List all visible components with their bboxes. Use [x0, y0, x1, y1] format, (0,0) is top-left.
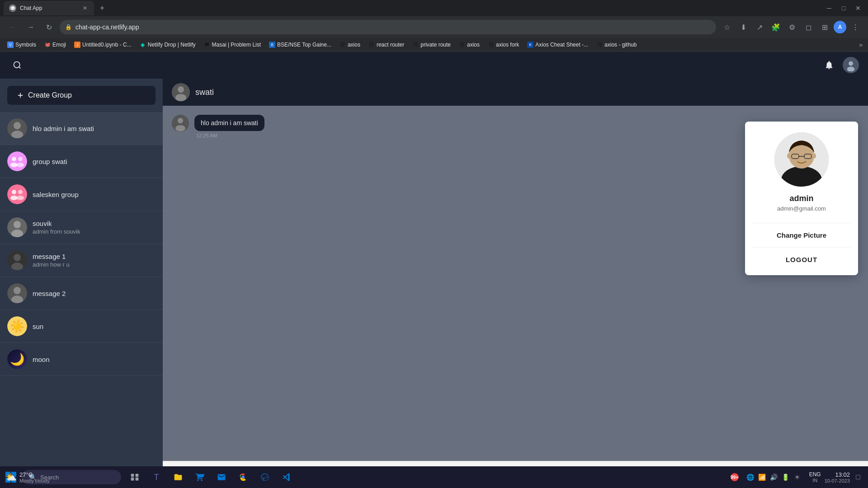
svg-point-12	[7, 184, 27, 204]
bookmark-private-route-icon: ☐	[412, 42, 419, 48]
message-content: hlo admin i am swati 12:25 AM	[194, 115, 264, 138]
chat-avatar-salesken	[7, 184, 27, 204]
bookmark-emoji[interactable]: 🐙 Emoji	[41, 41, 70, 49]
taskbar-notification-badge[interactable]: 99+	[731, 473, 739, 481]
chat-item-msg2[interactable]: message 2	[0, 277, 163, 310]
notification-center-button[interactable]: □	[854, 467, 863, 487]
taskbar-date: 10-07-2023	[825, 478, 850, 483]
profile-divider	[752, 223, 851, 223]
bookmark-jupyter-label: Untitled0.ipynb - C...	[82, 42, 132, 48]
change-picture-button[interactable]: Change Picture	[752, 227, 851, 244]
chat-info-sun: sun	[33, 323, 156, 330]
svg-point-9	[18, 157, 23, 161]
taskbar-weather[interactable]: ⛅ 27°C Mostly cloudy	[0, 469, 55, 485]
url-bar[interactable]: 🔒 chat-app-ca.netlify.app	[60, 20, 716, 34]
bookmarks-bar: V Symbols 🐙 Emoji J Untitled0.ipynb - C.…	[0, 38, 868, 52]
bookmark-axios2-label: axios	[467, 42, 480, 48]
bookmark-bse-icon: B	[269, 42, 275, 48]
bookmark-axios2[interactable]: ☐ axios	[455, 41, 483, 49]
svg-point-21	[14, 254, 21, 261]
chat-item-group-swati[interactable]: group swati	[0, 145, 163, 178]
extensions3-button[interactable]: ◻	[801, 20, 816, 34]
tab-close-button[interactable]: ✕	[81, 5, 89, 12]
bookmark-axios-fork[interactable]: ☐ axios fork	[484, 41, 523, 49]
taskbar-chrome[interactable]	[233, 467, 253, 487]
minimize-button[interactable]: ─	[823, 2, 835, 14]
svg-point-8	[12, 157, 16, 161]
bookmark-axios[interactable]: ☐ axios	[336, 41, 364, 49]
taskbar-vscode[interactable]	[277, 467, 297, 487]
close-window-button[interactable]: ✕	[852, 2, 864, 14]
new-tab-button[interactable]: +	[96, 2, 108, 14]
svg-point-28	[175, 94, 186, 101]
weather-desc: Mostly cloudy	[19, 478, 50, 483]
menu-button[interactable]: ⋮	[848, 20, 863, 34]
taskbar-clock[interactable]: 13:02 10-07-2023	[825, 471, 850, 483]
taskbar-edge[interactable]	[255, 467, 275, 487]
bookmark-bse[interactable]: B BSE/NSE Top Gaine...	[265, 41, 335, 49]
svg-point-11	[17, 163, 24, 167]
forward-button[interactable]: →	[24, 20, 38, 34]
tab-bar: 💬 Chat App ✕ + ─ □ ✕	[0, 0, 868, 16]
bookmark-axios-cheat[interactable]: K Axios Cheat Sheet -...	[524, 41, 592, 49]
chat-item-msg1[interactable]: message 1 admin how r u	[0, 244, 163, 277]
chat-item-moon[interactable]: 🌙 moon	[0, 343, 163, 376]
battery-icon[interactable]: 🔋	[781, 474, 790, 481]
create-group-button[interactable]: Create Group	[7, 86, 156, 105]
taskbar-task-view[interactable]	[125, 467, 145, 487]
logout-button[interactable]: LOGOUT	[752, 251, 851, 268]
share-button[interactable]: ↗	[752, 20, 767, 34]
svg-point-38	[787, 153, 791, 159]
taskbar-sys-tray: 99+ 🌐 📶 🔊 🔋 ☀ ENG IN 13:02 10-07-2023 □	[731, 467, 868, 487]
bookmark-private-route[interactable]: ☐ private route	[409, 41, 454, 49]
brightness-icon[interactable]: ☀	[793, 474, 802, 481]
language-indicator[interactable]: ENG IN	[809, 471, 821, 483]
svg-point-5	[14, 122, 21, 129]
volume-icon[interactable]: 🔊	[769, 474, 778, 481]
chat-item-souvik[interactable]: souvik admin from souvik	[0, 211, 163, 244]
taskbar-mail[interactable]	[212, 467, 231, 487]
chat-item-swati[interactable]: hlo admin i am swati	[0, 112, 163, 145]
back-button[interactable]: ←	[5, 20, 20, 34]
browser-profile-button[interactable]: A	[834, 21, 846, 33]
split-button[interactable]: ⊞	[817, 20, 832, 34]
bookmark-axios-github[interactable]: ☐ axios - github	[593, 41, 640, 49]
svg-rect-41	[136, 474, 139, 477]
sidebar-header: Create Group	[0, 79, 163, 112]
header-right	[821, 57, 859, 73]
wifi-icon[interactable]: 📶	[758, 474, 767, 481]
search-button[interactable]	[9, 57, 25, 73]
address-bar: ← → ↻ 🔒 chat-app-ca.netlify.app ☆ ⬇ ↗ 🧩 …	[0, 16, 868, 38]
active-tab[interactable]: 💬 Chat App ✕	[4, 1, 94, 15]
bookmark-masai[interactable]: M Masai | Problem List	[200, 41, 265, 49]
chat-item-sun[interactable]: ☀️ sun	[0, 310, 163, 343]
bookmark-netlify[interactable]: ◆ Netlify Drop | Netlify	[136, 41, 199, 49]
extensions-button[interactable]: 🧩	[769, 20, 783, 34]
bookmark-jupyter-icon: J	[74, 42, 80, 48]
taskbar-teams[interactable]: T	[146, 467, 166, 487]
bookmark-jupyter[interactable]: J Untitled0.ipynb - C...	[71, 41, 135, 49]
message-text: hlo admin i am swati	[201, 119, 258, 127]
svg-point-7	[7, 151, 27, 171]
bookmarks-more-button[interactable]: »	[857, 40, 864, 49]
download-button[interactable]: ⬇	[736, 20, 750, 34]
notification-button[interactable]	[821, 57, 837, 73]
taskbar-file-manager[interactable]	[168, 467, 188, 487]
svg-rect-40	[131, 474, 134, 477]
network-icon[interactable]: 🌐	[746, 474, 755, 481]
bookmark-symbols[interactable]: V Symbols	[4, 41, 40, 49]
reload-button[interactable]: ↻	[42, 20, 56, 34]
window-controls: ─ □ ✕	[823, 2, 864, 14]
extensions2-button[interactable]: ⚙	[785, 20, 799, 34]
maximize-button[interactable]: □	[837, 2, 850, 14]
svg-point-44	[242, 476, 245, 479]
bookmark-react-router[interactable]: ☐ react router	[365, 41, 408, 49]
taskbar-store[interactable]	[190, 467, 210, 487]
bookmark-axios-cheat-icon: K	[527, 42, 533, 48]
app-container: Create Group	[0, 52, 868, 488]
svg-point-24	[14, 287, 21, 294]
svg-point-16	[17, 196, 24, 200]
bookmark-star-button[interactable]: ☆	[720, 20, 734, 34]
header-avatar-button[interactable]	[843, 57, 859, 73]
chat-item-salesken[interactable]: salesken group	[0, 178, 163, 211]
